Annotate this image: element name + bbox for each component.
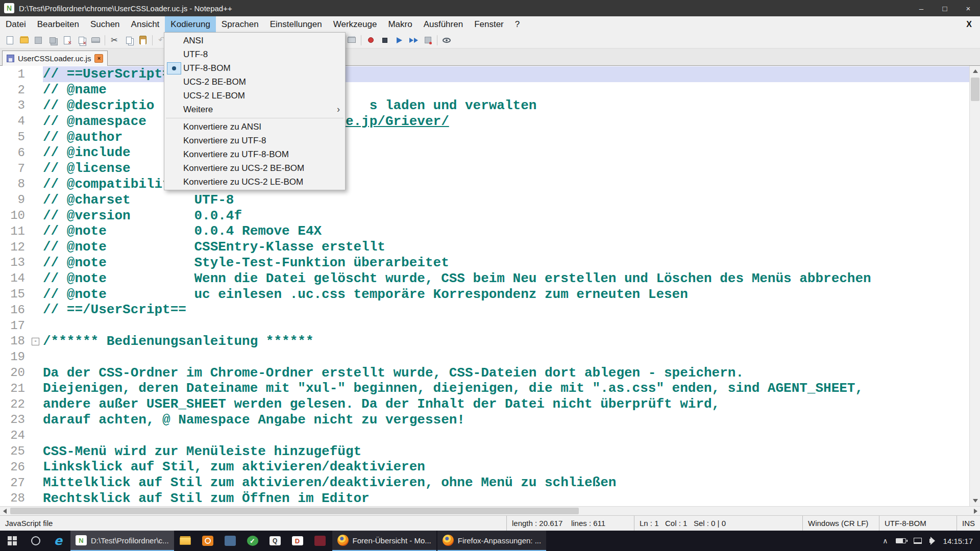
editor-line-3[interactable]: 3// @descriptio s laden und verwalten [0,98,969,114]
editor-line-2[interactable]: 2// @name [0,82,969,98]
taskbar-search-button[interactable] [24,531,47,551]
encoding-item-weitere[interactable]: Weitere› [164,103,345,116]
editor-line-1[interactable]: 1// ==UserScript== [0,66,969,82]
encoding-item-konvertiere-zu-ucs-2-le-bom[interactable]: Konvertiere zu UCS-2 LE-BOM [164,175,345,189]
vertical-scroll-thumb[interactable] [971,78,979,101]
save-all-icon[interactable] [46,34,59,46]
encoding-item-konvertiere-zu-ucs-2-be-bom[interactable]: Konvertiere zu UCS-2 BE-BOM [164,161,345,175]
volume-icon[interactable] [929,539,933,543]
menu-item-makro[interactable]: Makro [382,16,418,32]
taskbar-keepass-button[interactable] [197,531,219,551]
editor-line-18[interactable]: 18-/****** Bedienungsanleitung ****** [0,334,969,349]
editor-line-25[interactable]: 25CSS-Menü wird zur Menüleiste hinzugefü… [0,443,969,459]
taskbar-folder-button[interactable] [174,531,197,551]
editor-line-9[interactable]: 9// @charset UTF-8 [0,192,969,208]
run-macro-multiple-icon[interactable] [407,34,420,46]
menu-item-einstellungen[interactable]: Einstellungen [264,16,328,32]
taskbar-edge-button[interactable] [47,531,69,551]
menu-item-ansicht[interactable]: Ansicht [126,16,165,32]
editor-line-15[interactable]: 15// @note uc einlesen .uc.css temporäre… [0,286,969,302]
menu-item-ausf-hren[interactable]: Ausführen [418,16,469,32]
network-icon[interactable] [914,538,922,544]
horizontal-scroll-thumb[interactable] [10,508,579,514]
maximize-button[interactable]: □ [933,0,957,16]
tab-usercssloader[interactable]: UserCSSLoader.uc.js × [2,51,108,66]
menu-item-werkzeuge[interactable]: Werkzeuge [328,16,383,32]
url-link[interactable]: e.jp/Griever/ [346,114,449,129]
editor-line-23[interactable]: 23darauf achten, @ Namespace Angabe nich… [0,412,969,428]
monitor-file-icon[interactable] [440,34,453,46]
editor-line-19[interactable]: 19 [0,349,969,365]
encoding-item-konvertiere-zu-ansi[interactable]: Konvertiere zu ANSI [164,120,345,134]
clock[interactable]: 14:15:17 [943,537,973,545]
editor-line-7[interactable]: 7// @license [0,161,969,177]
playback-macro-icon[interactable] [393,34,406,46]
editor-line-16[interactable]: 16// ==/UserScript== [0,302,969,318]
print-icon[interactable] [89,34,102,46]
start-button[interactable] [0,531,24,551]
encoding-item-konvertiere-zu-utf-8-bom[interactable]: Konvertiere zu UTF-8-BOM [164,147,345,161]
editor-line-27[interactable]: 27Mittelklick auf Stil zum aktivieren/de… [0,475,969,491]
taskbar-window-firefox-anpassungen[interactable]: Firefox-Anpassungen: ... [437,531,546,551]
encoding-item-utf-8[interactable]: UTF-8 [164,47,345,61]
open-file-icon[interactable] [17,34,31,46]
encoding-item-konvertiere-zu-utf-8[interactable]: Konvertiere zu UTF-8 [164,134,345,147]
save-file-icon[interactable] [32,34,45,46]
minimize-button[interactable]: – [910,0,933,16]
menu-item-sprachen[interactable]: Sprachen [216,16,264,32]
paste-icon[interactable] [136,34,150,46]
taskbar-window-d-test-profilordner-c[interactable]: D:\Test\Profilordner\c... [70,531,174,551]
menu-item-?[interactable]: ? [509,16,525,32]
encoding-item-ucs-2-be-bom[interactable]: UCS-2 BE-BOM [164,75,345,89]
scroll-left-icon[interactable] [0,507,9,515]
folder-as-workspace-icon[interactable] [345,34,358,46]
editor-line-14[interactable]: 14// @note Wenn die Datei gelöscht wurde… [0,270,969,286]
battery-icon[interactable] [896,538,906,543]
editor-line-21[interactable]: 21Diejenigen, deren Dateiname mit "xul-"… [0,381,969,396]
editor-line-26[interactable]: 26Linksklick auf Stil, zum aktivieren/de… [0,459,969,475]
editor-line-8[interactable]: 8// @compatibility [0,177,969,192]
encoding-item-utf-8-bom[interactable]: UTF-8-BOM [164,61,345,75]
cut-icon[interactable] [108,34,121,46]
close-button[interactable]: × [957,0,980,16]
code-editor[interactable]: 1// ==UserScript==2// @name3// @descript… [0,66,969,506]
fold-collapse-icon[interactable]: - [32,338,39,345]
editor-line-12[interactable]: 12// @note CSSEntry-Klasse erstellt [0,239,969,255]
editor-line-20[interactable]: 20Da der CSS-Ordner im Chrome-Ordner ers… [0,365,969,381]
editor-line-13[interactable]: 13// @note Style-Test-Funktion überarbei… [0,255,969,271]
new-file-icon[interactable] [3,34,16,46]
scroll-right-icon[interactable] [971,507,980,515]
menu-item-bearbeiten[interactable]: Bearbeiten [32,16,85,32]
editor-line-6[interactable]: 6// @include [0,145,969,161]
stop-macro-icon[interactable] [378,34,391,46]
taskbar-window-foren-bersicht-mo[interactable]: Foren-Übersicht - Mo... [332,531,436,551]
record-macro-icon[interactable] [364,34,377,46]
editor-line-10[interactable]: 10// @version 0.0.4f [0,208,969,223]
tray-expand-icon[interactable]: ∧ [883,537,888,545]
editor-line-28[interactable]: 28Rechtsklick auf Stil zum Öffnen im Edi… [0,491,969,506]
taskbar-shield-check-button[interactable] [241,531,264,551]
horizontal-scrollbar[interactable] [0,506,980,515]
close-document-icon[interactable]: X [958,20,980,29]
scroll-down-icon[interactable] [970,495,980,506]
encoding-item-ucs-2-le-bom[interactable]: UCS-2 LE-BOM [164,89,345,103]
taskbar-app-d-button[interactable] [286,531,309,551]
taskbar-app-blue-button[interactable] [219,531,241,551]
editor-line-17[interactable]: 17 [0,318,969,334]
vertical-scrollbar[interactable] [969,66,980,506]
menu-item-fenster[interactable]: Fenster [469,16,509,32]
close-file-icon[interactable] [60,34,74,46]
editor-line-4[interactable]: 4// @namespace e.jp/Griever/ [0,113,969,129]
encoding-item-ansi[interactable]: ANSI [164,34,345,47]
editor-line-5[interactable]: 5// @author [0,129,969,145]
menu-item-suchen[interactable]: Suchen [85,16,126,32]
menu-item-datei[interactable]: Datei [0,16,32,32]
menu-item-kodierung[interactable]: Kodierung [165,16,216,32]
tab-close-icon[interactable]: × [94,54,103,63]
save-macro-icon[interactable] [421,34,434,46]
copy-icon[interactable] [122,34,135,46]
taskbar-app-q-button[interactable] [264,531,286,551]
scroll-up-icon[interactable] [970,66,980,77]
close-all-icon[interactable] [75,34,88,46]
editor-line-11[interactable]: 11// @note 0.0.4 Remove E4X [0,223,969,239]
